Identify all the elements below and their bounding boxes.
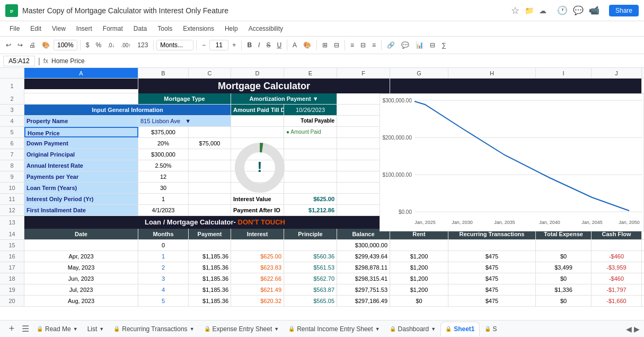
cell-b6[interactable]: 20% — [138, 138, 189, 149]
cell-g17[interactable]: $1,200 — [390, 262, 448, 273]
cell-a1[interactable] — [24, 79, 138, 89]
cell-f20[interactable]: $297,186.49 — [337, 296, 390, 306]
font-size-input[interactable]: 11 — [209, 40, 228, 50]
cell-b12[interactable]: 4/1/2023 — [138, 205, 189, 215]
dec-decrease-button[interactable]: .0↓ — [105, 41, 117, 50]
col-header-a[interactable]: A — [24, 68, 138, 78]
cell-a17[interactable]: May, 2023 — [24, 262, 138, 273]
history-icon[interactable]: 🕐 — [557, 5, 568, 15]
cell-b11[interactable]: 1 — [138, 194, 189, 204]
cell-b19[interactable]: 4 — [138, 284, 189, 295]
underline-button[interactable]: U — [274, 40, 284, 50]
video-icon[interactable]: 📹 — [589, 5, 599, 15]
cell-c16[interactable]: $1,185.36 — [189, 251, 231, 262]
italic-button[interactable]: I — [255, 40, 262, 50]
cell-g20[interactable]: $0 — [390, 296, 448, 306]
cell-g16[interactable]: $1,200 — [390, 251, 448, 262]
cell-h19[interactable]: $475 — [448, 284, 536, 295]
cell-a12[interactable]: First Installment Date — [24, 205, 138, 215]
font-decrease-button[interactable]: − — [199, 40, 208, 50]
cell-a15[interactable] — [24, 240, 138, 250]
cell-e16[interactable]: $560.36 — [284, 251, 337, 262]
cell-a18[interactable]: Jun, 2023 — [24, 273, 138, 284]
print-button[interactable]: 🖨 — [27, 40, 38, 50]
borders-button[interactable]: ⊞ — [320, 40, 330, 50]
cell-c18[interactable]: $1,185.36 — [189, 273, 231, 284]
comment-button[interactable]: 💬 — [399, 40, 412, 50]
cell-de2[interactable]: Amortization Payment ▼ — [231, 93, 337, 104]
cell-a5[interactable]: Home Price — [24, 127, 138, 137]
cell-b10[interactable]: 30 — [138, 183, 189, 193]
tab-dashboard[interactable]: 🔒 Dashboard ▼ — [385, 322, 441, 336]
dec-increase-button[interactable]: .00↑ — [118, 41, 134, 50]
cell-h20[interactable]: $475 — [448, 296, 536, 306]
add-sheet-button[interactable]: + — [4, 322, 19, 336]
cell-c20[interactable]: $1,185.36 — [189, 296, 231, 306]
cell-g1-j1[interactable] — [390, 79, 642, 93]
cell-j20[interactable]: -$1,660 — [592, 296, 642, 306]
cell-b18[interactable]: 3 — [138, 273, 189, 284]
cell-d18[interactable]: $622.66 — [231, 273, 284, 284]
link-button[interactable]: 🔗 — [384, 40, 398, 50]
cell-b1-f1[interactable]: Mortgage Calculator — [138, 79, 390, 93]
cell-a16[interactable]: Apr, 2023 — [24, 251, 138, 262]
cell-e19[interactable]: $563.87 — [284, 284, 337, 295]
cell-e17[interactable]: $561.53 — [284, 262, 337, 273]
filter-button[interactable]: ⊟ — [427, 40, 438, 50]
col-header-h[interactable]: H — [448, 68, 536, 78]
strikethrough-button[interactable]: S — [263, 40, 273, 50]
cell-i17[interactable]: $3,499 — [536, 262, 592, 273]
cell-a10[interactable]: Loan Term (Years) — [24, 183, 138, 193]
menu-tools[interactable]: Tools — [153, 24, 177, 33]
cell-d15[interactable] — [231, 240, 284, 250]
cell-i15[interactable] — [536, 240, 592, 250]
cell-e20[interactable]: $565.05 — [284, 296, 337, 306]
function-icon[interactable]: fx — [43, 57, 48, 65]
cell-j17[interactable]: -$3,959 — [592, 262, 642, 273]
cloud-icon[interactable]: ☁ — [539, 6, 546, 15]
cell-i18[interactable]: $0 — [536, 273, 592, 284]
cell-h18[interactable]: $475 — [448, 273, 536, 284]
align-left-button[interactable]: ≡ — [348, 40, 357, 50]
cell-j16[interactable]: -$460 — [592, 251, 642, 262]
cell-d3[interactable]: Amount Paid Till Date — [231, 105, 284, 115]
formula-input[interactable] — [51, 57, 641, 65]
col-header-i[interactable]: I — [536, 68, 592, 78]
cell-reference[interactable] — [3, 56, 35, 66]
col-header-g[interactable]: G — [390, 68, 448, 78]
text-color-button[interactable]: A — [290, 40, 299, 50]
cell-j19[interactable]: -$1,797 — [592, 284, 642, 295]
sheet-menu-button[interactable]: ☰ — [19, 323, 32, 335]
tab-expense[interactable]: 🔒 Expense Entry Sheet ▼ — [199, 322, 284, 336]
cell-j18[interactable]: -$460 — [592, 273, 642, 284]
cell-f19[interactable]: $297,751.53 — [337, 284, 390, 295]
cell-e15[interactable] — [284, 240, 337, 250]
menu-file[interactable]: File — [5, 24, 24, 33]
cell-d20[interactable]: $620.32 — [231, 296, 284, 306]
tab-recurring[interactable]: 🔒 Recurring Transactions ▼ — [109, 322, 199, 336]
align-center-button[interactable]: ⊟ — [358, 40, 368, 50]
cell-b8[interactable]: 2.50% — [138, 160, 189, 171]
cell-b20[interactable]: 5 — [138, 296, 189, 306]
cell-i19[interactable]: $1,336 — [536, 284, 592, 295]
menu-accessibility[interactable]: Accessibility — [244, 24, 287, 33]
cell-h15[interactable] — [448, 240, 536, 250]
menu-help[interactable]: Help — [220, 24, 242, 33]
cell-g19[interactable]: $1,200 — [390, 284, 448, 295]
cell-i16[interactable]: $0 — [536, 251, 592, 262]
sheet-prev-button[interactable]: ◀ — [626, 325, 632, 333]
cell-b16[interactable]: 1 — [138, 251, 189, 262]
cell-g15[interactable] — [390, 240, 448, 250]
paint-format-button[interactable]: 🎨 — [39, 40, 52, 50]
cell-h17[interactable]: $475 — [448, 262, 536, 273]
folder-icon[interactable]: 📁 — [525, 6, 534, 15]
cell-e18[interactable]: $562.70 — [284, 273, 337, 284]
cell-b5[interactable]: $375,000 — [138, 127, 189, 137]
tab-read-me[interactable]: 🔒 Read Me ▼ — [32, 322, 83, 336]
cell-a4[interactable]: Property Name — [24, 116, 138, 126]
menu-edit[interactable]: Edit — [26, 24, 46, 33]
font-selector[interactable]: Monts... — [156, 40, 193, 50]
format-123-button[interactable]: 123 — [135, 40, 151, 50]
function-button[interactable]: ∑ — [439, 40, 449, 50]
cell-f18[interactable]: $298,315.41 — [337, 273, 390, 284]
